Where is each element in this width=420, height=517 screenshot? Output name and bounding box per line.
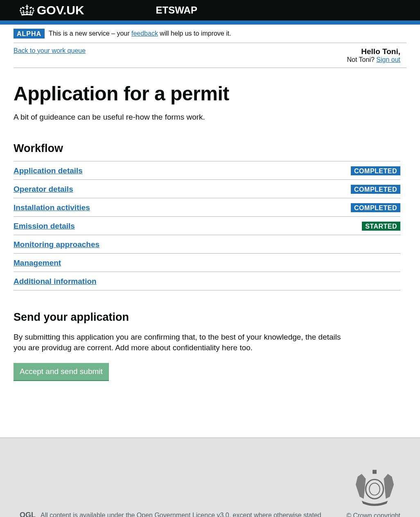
task-link[interactable]: Management: [14, 258, 61, 268]
status-tag: COMPLETED: [351, 166, 400, 175]
royal-arms-icon: [349, 467, 400, 508]
site-header: GOV.UK ETSWAP: [0, 0, 420, 25]
task-row: Additional information: [14, 272, 400, 290]
task-row: Monitoring approaches: [14, 235, 400, 254]
task-link[interactable]: Additional information: [14, 277, 97, 286]
task-link[interactable]: Application details: [14, 166, 83, 175]
task-row: Installation activitiesCOMPLETED: [14, 198, 400, 217]
sign-out-link[interactable]: Sign out: [376, 56, 400, 63]
page-title: Application for a permit: [14, 82, 400, 105]
feedback-link[interactable]: feedback: [131, 30, 158, 37]
back-link[interactable]: Back to your work queue: [14, 47, 86, 54]
task-link[interactable]: Emission details: [14, 222, 75, 231]
licence-link[interactable]: Open Government Licence v3.0: [137, 512, 229, 517]
task-link[interactable]: Monitoring approaches: [14, 240, 99, 249]
ogl-logo: OGL: [20, 511, 36, 517]
svg-rect-2: [373, 470, 377, 474]
task-list: Application detailsCOMPLETEDOperator det…: [14, 161, 400, 290]
svg-point-1: [369, 483, 379, 495]
send-heading: Send your application: [14, 311, 400, 324]
status-tag: STARTED: [362, 222, 400, 231]
phase-text-post: will help us to improve it.: [158, 30, 231, 37]
task-row: Operator detailsCOMPLETED: [14, 180, 400, 198]
crown-icon: [20, 4, 34, 17]
licence-post: , except where otherwise stated: [229, 512, 321, 517]
not-user-text: Not Toni?: [347, 56, 377, 63]
task-row: Emission detailsSTARTED: [14, 217, 400, 235]
top-bar: Back to your work queue Hello Toni, Not …: [14, 43, 406, 68]
task-link[interactable]: Installation activities: [14, 203, 90, 212]
phase-text-pre: This is a new service – your: [49, 30, 131, 37]
site-footer: OGL All content is available under the O…: [0, 438, 420, 517]
service-name: ETSWAP: [156, 5, 197, 16]
hello-user: Hello Toni,: [347, 47, 400, 56]
workflow-heading: Workflow: [14, 142, 400, 155]
task-row: Application detailsCOMPLETED: [14, 161, 400, 180]
task-link[interactable]: Operator details: [14, 185, 73, 194]
status-tag: COMPLETED: [351, 203, 400, 212]
confirm-text: By submitting this application you are c…: [14, 332, 341, 353]
status-tag: COMPLETED: [351, 185, 400, 194]
task-row: Management: [14, 254, 400, 272]
licence-pre: All content is available under the: [41, 512, 137, 517]
page-subtitle: A bit of guideance can be useful re-how …: [14, 113, 400, 122]
crown-copyright: © Crown copyright: [346, 512, 400, 517]
accept-send-button[interactable]: Accept and send submit: [14, 363, 109, 380]
phase-tag: ALPHA: [14, 29, 45, 39]
svg-point-0: [366, 480, 383, 499]
govuk-text: GOV.UK: [37, 3, 84, 17]
govuk-logo-link[interactable]: GOV.UK: [20, 3, 84, 17]
phase-banner: ALPHA This is a new service – your feedb…: [14, 25, 406, 43]
